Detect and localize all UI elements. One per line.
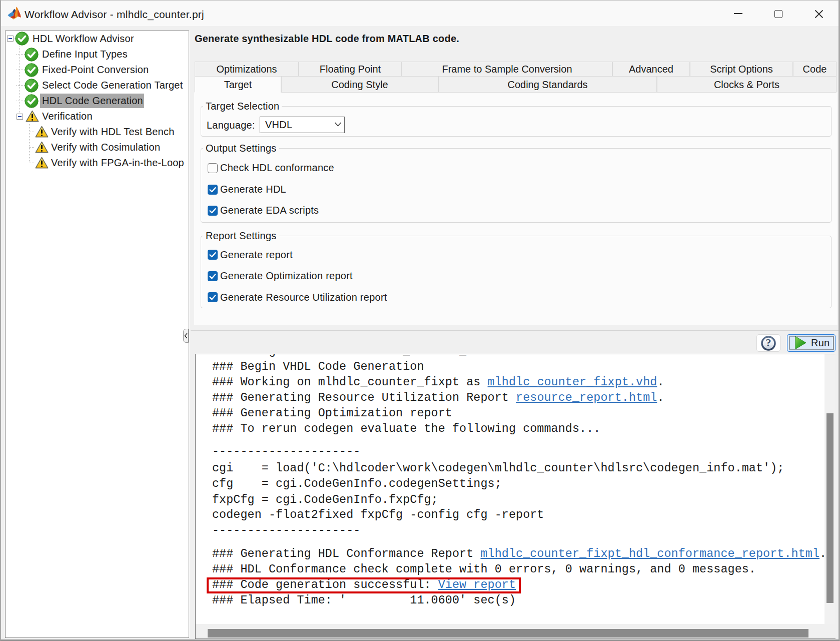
svg-text:?: ? [766, 336, 771, 349]
